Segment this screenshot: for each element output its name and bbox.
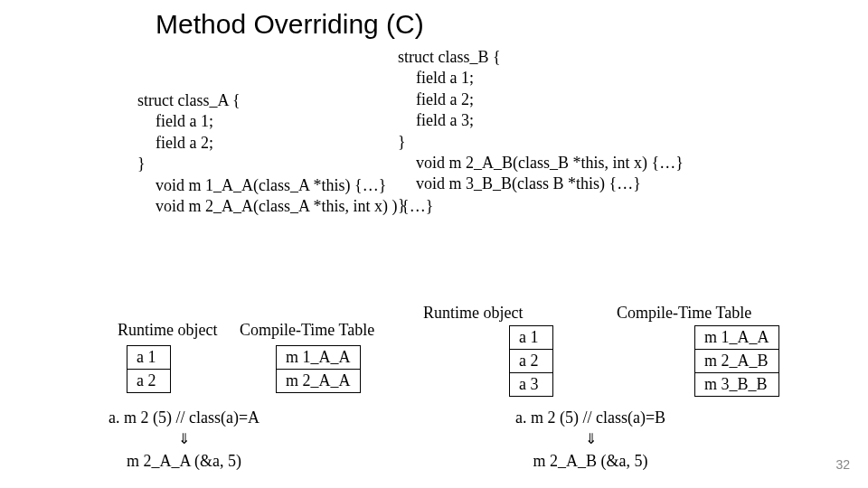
compile-time-table-a: m 1_A_A m 2_A_A (276, 345, 361, 393)
struct-b-code: struct class_B { field a 1; field a 2; f… (398, 47, 684, 216)
derivation-line: a. m 2 (5) // class(a)=B (515, 407, 665, 429)
derivation-line: m 2_A_B (&a, 5) (515, 450, 665, 473)
code-line: void m 2_A_B(class_B *this, int x) {…} (398, 153, 684, 174)
table-cell: m 1_A_A (695, 326, 779, 350)
compile-time-table-label: Compile-Time Table (240, 321, 374, 340)
compile-time-table-label: Compile-Time Table (617, 304, 751, 323)
down-arrow-icon: ⇓ (515, 429, 665, 449)
compile-time-table-b: m 1_A_A m 2_A_B m 3_B_B (694, 325, 779, 397)
table-cell: a 1 (510, 326, 553, 350)
page-number: 32 (835, 457, 850, 472)
table-cell: m 2_A_A (277, 370, 361, 393)
runtime-object-label: Runtime object (118, 321, 217, 340)
code-line: field a 3; (398, 110, 684, 131)
table-cell: a 2 (127, 370, 171, 393)
code-line: field a 1; (398, 68, 684, 89)
table-cell: a 2 (510, 350, 553, 373)
table-cell: a 1 (127, 346, 171, 370)
code-line: field a 1; (137, 111, 433, 132)
runtime-object-label: Runtime object (423, 304, 523, 323)
code-line: void m 3_B_B(class B *this) {…} (398, 174, 684, 194)
code-line: field a 2; (137, 133, 433, 154)
table-cell: m 3_B_B (695, 373, 779, 397)
code-line: field a 2; (398, 89, 684, 110)
code-line: struct class_B { (398, 47, 684, 68)
table-cell: m 2_A_B (695, 350, 779, 373)
derivation-a: a. m 2 (5) // class(a)=A ⇓ m 2_A_A (&a, … (108, 407, 259, 473)
derivation-line: m 2_A_A (&a, 5) (108, 450, 259, 473)
code-line: } (398, 195, 684, 216)
code-line: } (398, 132, 684, 153)
runtime-object-table-b: a 1 a 2 a 3 (509, 325, 553, 397)
table-cell: a 3 (510, 373, 553, 397)
down-arrow-icon: ⇓ (108, 429, 259, 449)
code-line: void m 2_A_A(class_A *this, int x) ) {…} (137, 196, 433, 217)
code-line: } (137, 154, 433, 174)
slide-title: Method Overriding (C) (156, 9, 424, 40)
derivation-b: a. m 2 (5) // class(a)=B ⇓ m 2_A_B (&a, … (515, 407, 665, 473)
derivation-line: a. m 2 (5) // class(a)=A (108, 407, 259, 429)
struct-a-code: struct class_A { field a 1; field a 2; }… (137, 90, 433, 217)
runtime-object-table-a: a 1 a 2 (127, 345, 171, 393)
code-line: struct class_A { (137, 90, 433, 111)
code-line: void m 1_A_A(class_A *this) {…} (137, 175, 433, 196)
table-cell: m 1_A_A (277, 346, 361, 370)
